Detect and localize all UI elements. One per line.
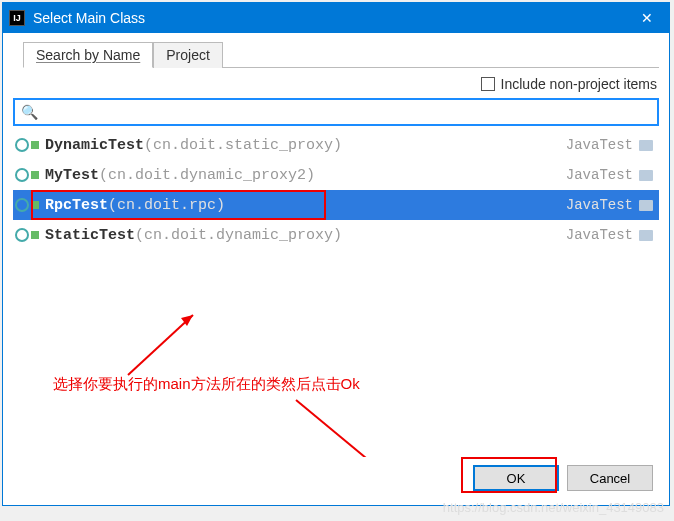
- search-input[interactable]: [44, 103, 651, 121]
- titlebar[interactable]: IJ Select Main Class ✕: [3, 3, 669, 33]
- app-icon: IJ: [9, 10, 25, 26]
- run-icon: [31, 171, 39, 179]
- result-row[interactable]: DynamicTest (cn.doit.static_proxy)JavaTe…: [13, 130, 659, 160]
- annotation-arrow-1: [123, 310, 203, 380]
- package-name: (cn.doit.dynamic_proxy): [135, 227, 342, 244]
- svg-line-0: [128, 315, 193, 375]
- package-name: (cn.doit.dynamic_proxy2): [99, 167, 315, 184]
- module-name: JavaTest: [566, 137, 633, 153]
- package-name: (cn.doit.rpc): [108, 197, 225, 214]
- tab-search-by-name[interactable]: Search by Name: [23, 42, 153, 68]
- window-title: Select Main Class: [33, 10, 624, 26]
- class-icon: [15, 168, 29, 182]
- dialog-window: IJ Select Main Class ✕ Search by Name Pr…: [2, 2, 670, 506]
- class-icon: [15, 198, 29, 212]
- result-row[interactable]: StaticTest (cn.doit.dynamic_proxy)JavaTe…: [13, 220, 659, 250]
- class-name: MyTest: [45, 167, 99, 184]
- close-button[interactable]: ✕: [624, 3, 669, 33]
- module-name: JavaTest: [566, 197, 633, 213]
- dialog-content: Search by Name Project Include non-proje…: [3, 33, 669, 505]
- results-list: DynamicTest (cn.doit.static_proxy)JavaTe…: [13, 130, 659, 457]
- folder-icon: [639, 200, 653, 211]
- class-name: DynamicTest: [45, 137, 144, 154]
- options-row: Include non-project items: [13, 74, 659, 98]
- run-icon: [31, 231, 39, 239]
- annotation-text: 选择你要执行的main方法所在的类然后点击Ok: [53, 375, 360, 394]
- class-name: StaticTest: [45, 227, 135, 244]
- button-bar: OK Cancel: [13, 457, 659, 499]
- class-name: RpcTest: [45, 197, 108, 214]
- run-icon: [31, 141, 39, 149]
- annotation-arrow-2: [291, 395, 481, 457]
- class-icon: [15, 228, 29, 242]
- svg-line-2: [296, 400, 471, 457]
- ok-button[interactable]: OK: [473, 465, 559, 491]
- result-row[interactable]: MyTest (cn.doit.dynamic_proxy2)JavaTest: [13, 160, 659, 190]
- class-icon: [15, 138, 29, 152]
- module-name: JavaTest: [566, 167, 633, 183]
- result-row[interactable]: RpcTest (cn.doit.rpc)JavaTest: [13, 190, 659, 220]
- folder-icon: [639, 230, 653, 241]
- svg-marker-1: [181, 315, 193, 326]
- search-icon: 🔍: [21, 104, 38, 120]
- module-name: JavaTest: [566, 227, 633, 243]
- run-icon: [31, 201, 39, 209]
- include-non-project-label: Include non-project items: [501, 76, 657, 92]
- package-name: (cn.doit.static_proxy): [144, 137, 342, 154]
- tab-project[interactable]: Project: [153, 42, 223, 68]
- cancel-button[interactable]: Cancel: [567, 465, 653, 491]
- tabs: Search by Name Project: [23, 41, 659, 68]
- folder-icon: [639, 140, 653, 151]
- include-non-project-checkbox[interactable]: [481, 77, 495, 91]
- search-box[interactable]: 🔍: [13, 98, 659, 126]
- folder-icon: [639, 170, 653, 181]
